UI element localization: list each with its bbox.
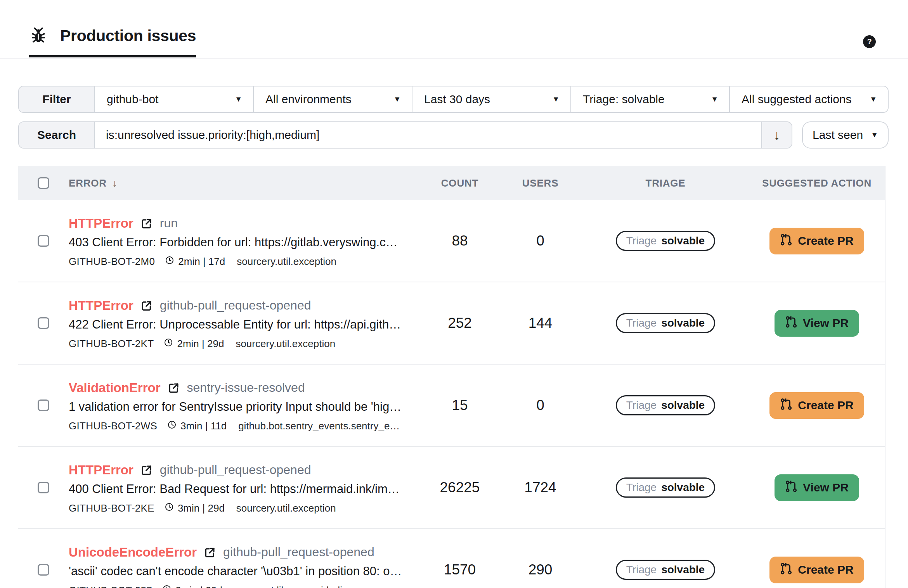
- table-row: HTTPError github-pull_request-opened 400…: [18, 447, 885, 529]
- transaction-name: sentry-issue-resolved: [187, 380, 305, 395]
- transaction-name: github-pull_request-opened: [160, 298, 311, 313]
- error-message: 403 Client Error: Forbidden for url: htt…: [69, 235, 421, 249]
- issue-age: 3min | 29d: [178, 502, 225, 514]
- active-tab-production-issues: Production issues: [29, 26, 196, 57]
- clock-icon: [167, 420, 177, 432]
- search-submit-button[interactable]: ↓: [761, 122, 792, 148]
- column-header-suggested-action: SUGGESTED ACTION: [749, 177, 885, 189]
- suggested-action-label: Create PR: [798, 563, 853, 576]
- column-header-triage: TRIAGE: [582, 177, 749, 189]
- date-range-dropdown-value: Last 30 days: [424, 93, 490, 106]
- page-title: Production issues: [60, 27, 196, 45]
- external-link-icon[interactable]: [140, 217, 153, 230]
- chevron-down-icon: ▼: [393, 95, 401, 104]
- project-dropdown[interactable]: github-bot ▼: [95, 86, 254, 112]
- issue-age: 2min | 17d: [178, 256, 225, 268]
- search-bar: Search ↓: [18, 121, 792, 149]
- external-link-icon[interactable]: [140, 464, 153, 476]
- search-label: Search: [19, 122, 95, 148]
- triage-badge: Triage solvable: [616, 395, 715, 415]
- error-message: 'ascii' codec can't encode character '\u…: [69, 564, 421, 578]
- chevron-down-icon: ▼: [870, 95, 877, 104]
- row-checkbox[interactable]: [38, 235, 49, 247]
- issue-id: GITHUB-BOT-2KT: [69, 338, 154, 350]
- column-header-count: COUNT: [421, 177, 499, 189]
- question-icon: ?: [867, 37, 872, 46]
- row-checkbox[interactable]: [38, 564, 49, 576]
- column-header-users: USERS: [499, 177, 582, 189]
- triage-badge: Triage solvable: [616, 560, 715, 580]
- issue-module: pr_agent.lib.mermaid_diagrams: [234, 585, 376, 588]
- filter-label: Filter: [19, 86, 95, 112]
- transaction-name: github-pull_request-opened: [160, 463, 311, 477]
- issue-age: 3min | 29d: [175, 585, 222, 588]
- chevron-down-icon: ▼: [235, 95, 242, 104]
- sort-descending-icon: ↓: [112, 177, 118, 189]
- help-button[interactable]: ?: [863, 35, 876, 48]
- date-range-dropdown[interactable]: Last 30 days ▼: [412, 86, 571, 112]
- issue-module: sourcery.util.exception: [236, 502, 336, 514]
- issue-module: sourcery.util.exception: [237, 256, 336, 268]
- row-checkbox[interactable]: [38, 482, 49, 493]
- environment-dropdown[interactable]: All environments ▼: [254, 86, 412, 112]
- search-input[interactable]: [95, 122, 761, 148]
- error-type-link[interactable]: ValidationError: [69, 380, 161, 395]
- chevron-down-icon: ▼: [552, 95, 560, 104]
- row-checkbox[interactable]: [38, 317, 49, 329]
- suggested-action-button[interactable]: View PR: [775, 474, 859, 501]
- suggested-action-label: Create PR: [798, 399, 853, 412]
- arrow-down-icon: ↓: [774, 128, 780, 143]
- count-value: 15: [421, 397, 499, 413]
- git-pull-request-icon: [780, 562, 792, 578]
- issue-age: 3min | 11d: [180, 420, 227, 432]
- select-all-checkbox[interactable]: [38, 177, 49, 189]
- clock-icon: [165, 502, 174, 514]
- issue-id: GITHUB-BOT-2M0: [69, 256, 155, 268]
- chevron-down-icon: ▼: [871, 131, 878, 139]
- error-type-link[interactable]: HTTPError: [69, 216, 133, 231]
- chevron-down-icon: ▼: [711, 95, 718, 104]
- clock-icon: [162, 585, 172, 588]
- git-pull-request-icon: [780, 233, 792, 249]
- suggested-action-button[interactable]: Create PR: [769, 392, 864, 419]
- error-type-link[interactable]: HTTPError: [69, 463, 133, 477]
- error-message: 400 Client Error: Bad Request for url: h…: [69, 482, 421, 496]
- issue-age: 2min | 29d: [177, 338, 224, 350]
- triage-dropdown[interactable]: Triage: solvable ▼: [571, 86, 730, 112]
- count-value: 88: [421, 233, 499, 249]
- suggested-action-label: View PR: [803, 481, 849, 494]
- sort-dropdown-value: Last seen: [813, 128, 863, 142]
- issue-id: GITHUB-BOT-257: [69, 585, 152, 588]
- external-link-icon[interactable]: [204, 546, 216, 559]
- suggested-actions-dropdown-value: All suggested actions: [742, 93, 852, 106]
- suggested-action-label: Create PR: [798, 234, 853, 247]
- suggested-actions-dropdown[interactable]: All suggested actions ▼: [730, 86, 888, 112]
- users-value: 144: [499, 315, 582, 331]
- triage-dropdown-value: Triage: solvable: [583, 93, 665, 106]
- suggested-action-button[interactable]: View PR: [775, 310, 859, 337]
- filter-bar: Filter github-bot ▼ All environments ▼ L…: [18, 86, 889, 113]
- clock-icon: [164, 338, 173, 350]
- issue-id: GITHUB-BOT-2WS: [69, 420, 157, 432]
- external-link-icon[interactable]: [140, 299, 153, 312]
- project-dropdown-value: github-bot: [107, 93, 158, 106]
- bug-icon: [29, 26, 48, 45]
- external-link-icon[interactable]: [168, 382, 180, 394]
- suggested-action-button[interactable]: Create PR: [769, 228, 864, 254]
- count-value: 252: [421, 315, 499, 331]
- git-pull-request-icon: [785, 480, 797, 495]
- error-type-link[interactable]: HTTPError: [69, 298, 133, 313]
- issue-module: sourcery.util.exception: [236, 338, 335, 350]
- transaction-name: github-pull_request-opened: [223, 545, 374, 559]
- users-value: 0: [499, 397, 582, 413]
- sort-dropdown[interactable]: Last seen ▼: [802, 121, 889, 149]
- row-checkbox[interactable]: [38, 399, 49, 411]
- suggested-action-button[interactable]: Create PR: [769, 557, 864, 583]
- issues-table: ERROR ↓ COUNT USERS TRIAGE SUGGESTED ACT…: [18, 166, 885, 588]
- table-row: HTTPError run 403 Client Error: Forbidde…: [18, 200, 885, 282]
- error-type-link[interactable]: UnicodeEncodeError: [69, 545, 197, 560]
- column-header-error[interactable]: ERROR ↓: [69, 177, 421, 189]
- issue-id: GITHUB-BOT-2KE: [69, 502, 154, 514]
- table-row: HTTPError github-pull_request-opened 422…: [18, 282, 885, 365]
- issue-module: github.bot.sentry_events.sentry_e…: [238, 420, 400, 432]
